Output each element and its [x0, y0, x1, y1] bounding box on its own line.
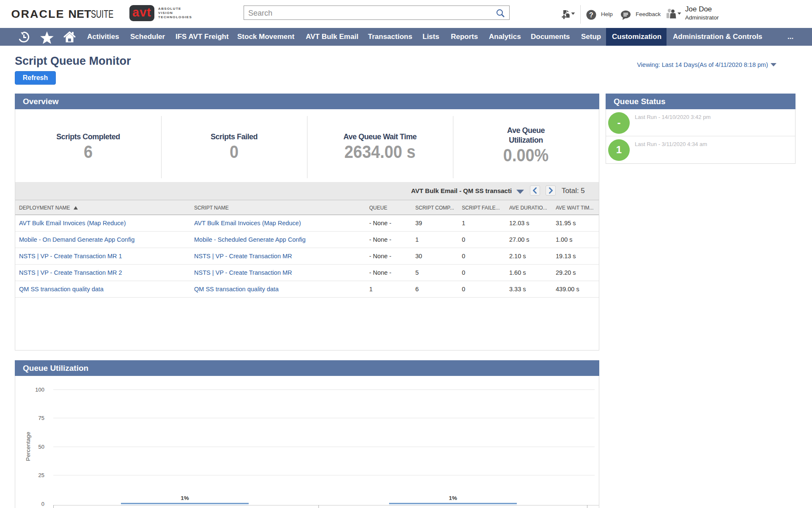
svg-text:NET: NET	[69, 8, 91, 20]
svg-text:SUITE: SUITE	[91, 8, 113, 20]
svg-text:ORACLE: ORACLE	[11, 8, 65, 20]
svg-text:?: ?	[589, 11, 593, 19]
